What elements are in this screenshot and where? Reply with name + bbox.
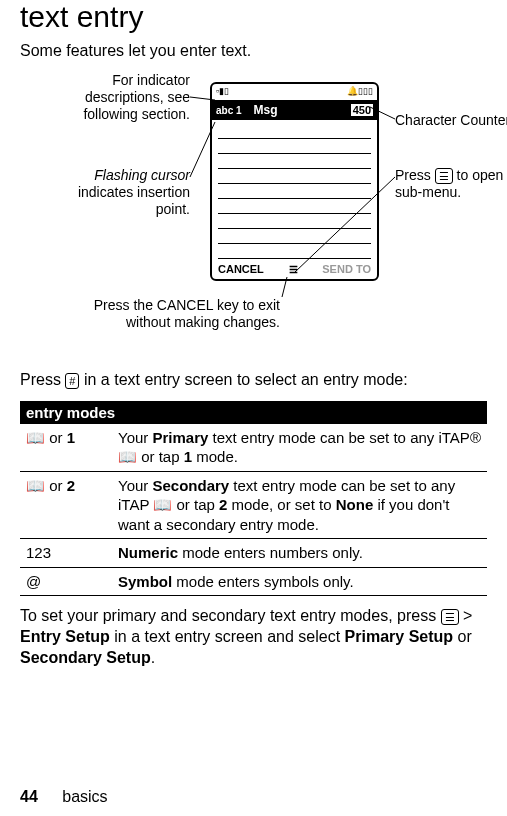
connector-line bbox=[370, 107, 395, 122]
connector-line bbox=[190, 177, 220, 217]
svg-line-3 bbox=[370, 107, 395, 119]
svg-line-2 bbox=[282, 277, 287, 297]
row3-symbol: 123 bbox=[20, 539, 112, 568]
callout-cursor: Flashing cursor indicates insertion poin… bbox=[30, 167, 190, 217]
table-header: entry modes bbox=[20, 401, 487, 424]
section-label: basics bbox=[62, 788, 107, 805]
status-bar: ▫▮▯ 🔔▯▯▯ bbox=[212, 84, 377, 100]
callout-submenu: Press ☰ to open sub-menu. bbox=[395, 167, 507, 201]
hash-key-icon: # bbox=[65, 373, 79, 389]
svg-line-0 bbox=[190, 97, 215, 100]
svg-line-4 bbox=[295, 177, 395, 272]
connector-line bbox=[295, 177, 395, 272]
page-number: 44 bbox=[20, 788, 38, 805]
row4-symbol: @ bbox=[20, 567, 112, 596]
mode-indicator: abc 1 bbox=[216, 105, 246, 116]
row1-desc: Your Primary text entry mode can be set … bbox=[112, 424, 487, 472]
callout-indicators: For indicator descriptions, see followin… bbox=[30, 72, 190, 122]
callout-charcounter: Character Counter bbox=[395, 112, 507, 129]
menu-key-icon: ☰ bbox=[435, 168, 453, 184]
msg-label: Msg bbox=[246, 103, 351, 117]
page-title: text entry bbox=[20, 0, 487, 34]
text-line bbox=[218, 124, 371, 139]
entry-modes-table: entry modes 📖 or 1 Your Primary text ent… bbox=[20, 401, 487, 597]
row1-symbol: 📖 or 1 bbox=[20, 424, 112, 472]
table-row: 📖 or 1 Your Primary text entry mode can … bbox=[20, 424, 487, 472]
connector-line bbox=[282, 277, 292, 297]
row3-desc: Numeric mode enters numbers only. bbox=[112, 539, 487, 568]
row4-desc: Symbol mode enters symbols only. bbox=[112, 567, 487, 596]
table-row: @ Symbol mode enters symbols only. bbox=[20, 567, 487, 596]
table-row: 123 Numeric mode enters numbers only. bbox=[20, 539, 487, 568]
row2-desc: Your Secondary text entry mode can be se… bbox=[112, 471, 487, 539]
intro-text: Some features let you enter text. bbox=[20, 42, 487, 60]
text-line bbox=[218, 139, 371, 154]
row2-symbol: 📖 or 2 bbox=[20, 471, 112, 539]
setup-text: To set your primary and secondary text e… bbox=[20, 606, 487, 668]
title-row: abc 1 Msg 450 bbox=[212, 100, 377, 120]
callout-cancel: Press the CANCEL key to exit without mak… bbox=[40, 297, 280, 331]
footer: 44 basics bbox=[20, 788, 108, 806]
text-line bbox=[218, 154, 371, 169]
diagram: ▫▮▯ 🔔▯▯▯ abc 1 Msg 450 CANCEL bbox=[20, 72, 487, 352]
cancel-softkey[interactable]: CANCEL bbox=[218, 263, 264, 275]
press-hash-text: Press # in a text entry screen to select… bbox=[20, 370, 487, 391]
menu-key-icon: ☰ bbox=[441, 609, 459, 625]
table-row: 📖 or 2 Your Secondary text entry mode ca… bbox=[20, 471, 487, 539]
connector-line bbox=[190, 97, 220, 107]
battery-icon: 🔔▯▯▯ bbox=[347, 86, 373, 98]
